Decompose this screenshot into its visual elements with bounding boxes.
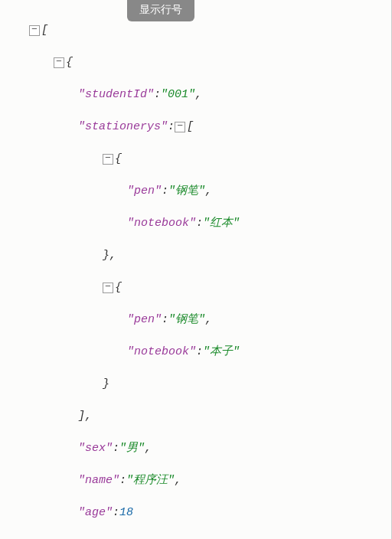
json-code-block: −[ −{ "studentId":"001", "stationerys":−… xyxy=(0,0,392,539)
collapse-icon[interactable]: − xyxy=(103,154,113,165)
show-line-numbers-label: 显示行号 xyxy=(139,3,182,15)
collapse-icon[interactable]: − xyxy=(175,122,185,132)
collapse-icon[interactable]: − xyxy=(54,57,64,68)
show-line-numbers-button[interactable]: 显示行号 xyxy=(127,0,194,21)
collapse-icon[interactable]: − xyxy=(103,283,113,293)
collapse-icon[interactable]: − xyxy=(29,25,40,36)
